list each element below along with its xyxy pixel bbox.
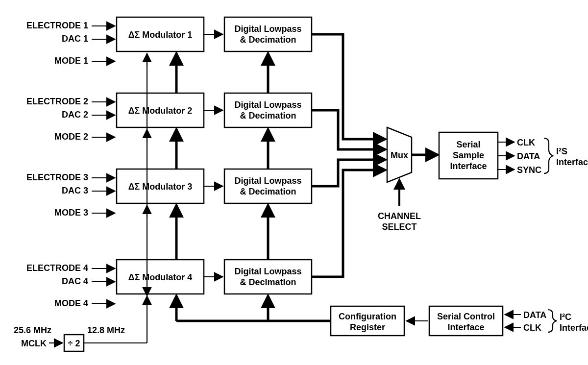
input-label: ELECTRODE 1 [26, 21, 88, 30]
ssi-outputs: CLK DATA SYNC [498, 138, 541, 175]
dec-line2: & Decimation [240, 35, 296, 45]
svg-text:Serial: Serial [456, 140, 480, 149]
svg-text:DATA: DATA [517, 151, 540, 161]
i2s-label-1: I²S [556, 146, 567, 156]
dec-line1: Digital Lowpass [234, 267, 301, 276]
mux-label: Mux [391, 150, 408, 160]
channel-select-label-2: SELECT [382, 222, 416, 232]
modulator-label: ΔΣ Modulator 1 [128, 30, 193, 40]
svg-text:SYNC: SYNC [517, 165, 541, 175]
svg-text:Configuration: Configuration [339, 312, 396, 321]
input-label: DAC 4 [62, 276, 88, 286]
svg-text:Sample: Sample [453, 150, 484, 160]
i2c-label-2: Interface [560, 323, 588, 333]
input-label: DAC 2 [62, 110, 88, 120]
svg-text:Serial Control: Serial Control [437, 312, 495, 321]
i2s-label-2: Interface [556, 157, 588, 167]
dec-line1: Digital Lowpass [234, 24, 301, 34]
modulator-label: ΔΣ Modulator 4 [128, 272, 193, 282]
svg-text:Interface: Interface [450, 161, 487, 171]
clock-divider: MCLK 25.6 MHz ÷ 2 12.8 MHz [14, 325, 147, 351]
dec-to-mux-buses [312, 34, 385, 277]
input-label: ELECTRODE 4 [26, 263, 88, 273]
input-label: MODE 1 [54, 56, 88, 66]
block-diagram: ELECTRODE 1 DAC 1 MODE 1 ΔΣ Modulator 1 … [0, 0, 588, 365]
input-label: DAC 3 [62, 186, 88, 195]
mux: Mux [387, 127, 412, 182]
i2c-label-1: I²C [560, 312, 571, 322]
svg-text:÷ 2: ÷ 2 [68, 339, 80, 348]
input-label: ELECTRODE 2 [26, 97, 88, 106]
input-label: MODE 2 [54, 132, 88, 142]
svg-text:CLK: CLK [523, 323, 541, 333]
svg-text:DATA: DATA [523, 310, 546, 320]
svg-text:CLK: CLK [517, 138, 535, 147]
input-label: DAC 1 [62, 34, 88, 44]
input-label: ELECTRODE 3 [26, 172, 88, 182]
svg-text:MCLK: MCLK [21, 339, 47, 348]
svg-text:25.6 MHz: 25.6 MHz [14, 325, 51, 335]
input-label: MODE 3 [54, 208, 88, 218]
modulator-label: ΔΣ Modulator 2 [128, 106, 193, 116]
input-label: MODE 4 [54, 298, 88, 308]
dec-line2: & Decimation [240, 111, 296, 121]
dec-line1: Digital Lowpass [234, 176, 301, 186]
svg-text:12.8 MHz: 12.8 MHz [87, 325, 125, 335]
svg-text:Interface: Interface [447, 322, 484, 332]
dec-line1: Digital Lowpass [234, 100, 301, 110]
dec-line2: & Decimation [240, 187, 296, 196]
dec-line2: & Decimation [240, 277, 296, 287]
modulator-label: ΔΣ Modulator 3 [128, 182, 193, 192]
channel-select-label-1: CHANNEL [378, 211, 421, 221]
sci-inputs: DATA CLK [505, 310, 546, 333]
svg-text:Register: Register [350, 322, 385, 332]
